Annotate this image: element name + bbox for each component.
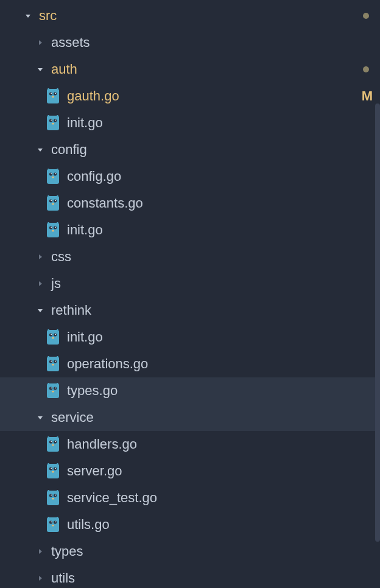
svg-rect-41 [52, 364, 54, 366]
svg-point-26 [54, 226, 57, 229]
tree-item-label: gauth.go [67, 88, 119, 104]
go-file-icon [46, 463, 60, 479]
svg-point-45 [51, 387, 52, 388]
svg-rect-59 [52, 471, 54, 473]
chevron-right-icon[interactable] [35, 252, 45, 262]
svg-point-61 [49, 494, 52, 497]
svg-point-38 [54, 360, 57, 363]
file-tree: srcassetsauthgauth.goMinit.goconfigconfi… [0, 0, 380, 588]
svg-point-10 [55, 119, 56, 121]
svg-point-20 [54, 199, 57, 202]
svg-point-62 [54, 494, 57, 497]
file-row-init.go[interactable]: init.go [0, 217, 380, 243]
folder-row-css[interactable]: css [0, 243, 380, 270]
svg-point-57 [51, 467, 52, 469]
svg-point-21 [51, 200, 52, 201]
scrollbar[interactable] [375, 0, 380, 588]
file-row-utils.go[interactable]: utils.go [0, 511, 380, 538]
svg-point-63 [51, 494, 52, 495]
go-file-icon [46, 222, 60, 238]
folder-row-js[interactable]: js [0, 270, 380, 297]
chevron-down-icon[interactable] [35, 65, 45, 74]
svg-point-58 [55, 467, 56, 469]
svg-point-44 [54, 387, 57, 390]
svg-point-1 [49, 92, 52, 95]
svg-rect-53 [52, 444, 54, 446]
svg-point-25 [49, 226, 52, 229]
svg-point-3 [51, 93, 52, 94]
svg-point-51 [51, 441, 52, 442]
tree-item-label: server.go [67, 463, 122, 479]
svg-point-31 [49, 333, 52, 336]
folder-row-rethink[interactable]: rethink [0, 297, 380, 324]
folder-row-utils[interactable]: utils [0, 565, 380, 588]
chevron-down-icon[interactable] [35, 145, 45, 155]
file-row-init.go[interactable]: init.go [0, 324, 380, 351]
git-status-badge: M [362, 88, 373, 104]
folder-row-service[interactable]: service [0, 404, 380, 431]
file-row-handlers.go[interactable]: handlers.go [0, 431, 380, 458]
chevron-down-icon[interactable] [35, 413, 45, 422]
chevron-down-icon[interactable] [23, 11, 33, 21]
svg-point-49 [49, 440, 52, 443]
tree-item-label: init.go [67, 115, 103, 131]
svg-point-39 [51, 360, 52, 362]
svg-point-15 [51, 173, 52, 174]
svg-point-19 [49, 199, 52, 202]
file-row-gauth.go[interactable]: gauth.goM [0, 83, 380, 110]
tree-item-label: utils [51, 570, 75, 586]
tree-item-label: handlers.go [67, 436, 137, 452]
chevron-right-icon[interactable] [35, 573, 45, 583]
go-file-icon [46, 88, 60, 104]
svg-point-34 [55, 334, 56, 335]
chevron-down-icon[interactable] [35, 306, 45, 315]
svg-point-70 [55, 521, 56, 522]
svg-point-9 [51, 119, 52, 121]
tree-item-label: init.go [67, 222, 103, 238]
file-row-service_test.go[interactable]: service_test.go [0, 485, 380, 511]
tree-item-label: config.go [67, 169, 121, 184]
go-file-icon [46, 195, 60, 211]
file-row-init.go[interactable]: init.go [0, 110, 380, 136]
folder-row-src[interactable]: src [0, 2, 380, 29]
file-row-server.go[interactable]: server.go [0, 458, 380, 485]
svg-rect-47 [52, 391, 54, 393]
tree-item-label: types.go [67, 383, 118, 399]
svg-rect-23 [52, 203, 54, 205]
tree-item-label: js [51, 276, 61, 292]
go-file-icon [46, 115, 60, 131]
svg-rect-65 [52, 498, 54, 500]
svg-point-43 [49, 387, 52, 390]
tree-item-label: init.go [67, 329, 103, 345]
svg-point-27 [51, 226, 52, 228]
file-row-config.go[interactable]: config.go [0, 163, 380, 190]
git-status-dot [363, 66, 369, 72]
chevron-right-icon[interactable] [35, 279, 45, 289]
svg-rect-5 [52, 96, 54, 98]
chevron-right-icon[interactable] [35, 547, 45, 556]
go-file-icon [46, 356, 60, 372]
go-file-icon [46, 169, 60, 184]
tree-item-label: service_test.go [67, 490, 157, 506]
tree-item-label: auth [51, 61, 77, 77]
file-row-types.go[interactable]: types.go [0, 377, 380, 404]
svg-point-8 [54, 119, 57, 122]
folder-row-config[interactable]: config [0, 136, 380, 163]
svg-point-32 [54, 333, 57, 336]
svg-point-68 [54, 520, 57, 523]
file-row-operations.go[interactable]: operations.go [0, 351, 380, 377]
tree-item-label: service [51, 410, 94, 425]
folder-row-assets[interactable]: assets [0, 29, 380, 56]
svg-point-22 [55, 200, 56, 201]
svg-point-55 [49, 467, 52, 470]
svg-point-56 [54, 467, 57, 470]
folder-row-auth[interactable]: auth [0, 56, 380, 83]
tree-item-label: operations.go [67, 356, 148, 372]
svg-rect-35 [52, 337, 54, 339]
svg-point-33 [51, 334, 52, 335]
svg-point-50 [54, 440, 57, 443]
folder-row-types[interactable]: types [0, 538, 380, 565]
scrollbar-thumb[interactable] [375, 103, 380, 542]
chevron-right-icon[interactable] [35, 38, 45, 47]
file-row-constants.go[interactable]: constants.go [0, 190, 380, 217]
